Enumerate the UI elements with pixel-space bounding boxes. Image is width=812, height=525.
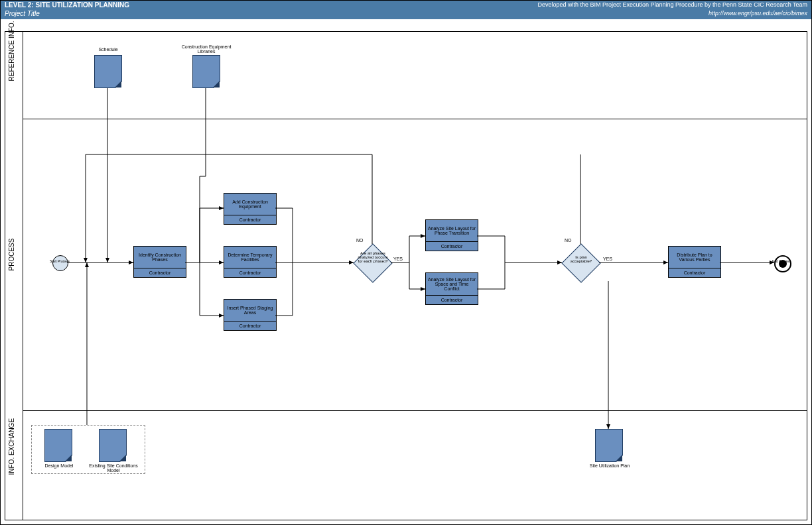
edge-label-yes-2: YES [603, 257, 612, 261]
doc-label-schedule: Schedule [78, 47, 138, 52]
frame-top [5, 31, 807, 32]
gateway-text-all-phases: Are all phases analyzed (occurs for each… [356, 251, 389, 263]
task-role: Contractor [669, 268, 720, 277]
task-role: Contractor [224, 268, 276, 277]
task-role: Contractor [426, 241, 478, 251]
task-name: Analyze Site Layout for Phase Transition [426, 220, 478, 241]
task-add-equipment: Add Construction Equipment Contractor [224, 193, 277, 225]
header-title: LEVEL 2: SITE UTILIZATION PLANNING [5, 1, 129, 9]
header-subtitle: Project Title [5, 10, 40, 17]
frame-left [5, 31, 5, 520]
doc-site-plan [595, 429, 623, 462]
task-identify-phases: Identify Construction Phases Contractor [133, 246, 186, 278]
lane-separator [23, 31, 23, 520]
header-url: http://www.engr/psu.edu/ae/cic/bimex [709, 10, 807, 17]
doc-label-site-plan: Site Utilization Plan [580, 463, 640, 468]
task-role: Contractor [426, 295, 478, 304]
task-role: Contractor [134, 268, 186, 277]
gateway-all-phases [353, 243, 392, 282]
task-space-time-conflict: Analyze Site Layout for Space and Time C… [425, 272, 478, 305]
doc-label-design-model: Design Model [29, 463, 89, 468]
lane-label-exchange: INFO. EXCHANGE [8, 462, 15, 475]
start-label: Start Process [50, 259, 70, 263]
lane-label-process: PROCESS [8, 258, 15, 271]
header-credit: Developed with the BIM Project Execution… [537, 1, 807, 8]
task-name: Insert Phased Staging Areas [224, 300, 276, 321]
lane-label-reference: REFERENCE INFO. [8, 68, 15, 82]
task-distribute-plan: Distribute Plan to Various Parties Contr… [668, 246, 721, 278]
edge-label-no-2: NO [565, 238, 572, 243]
task-role: Contractor [224, 321, 276, 330]
frame-right [807, 31, 807, 520]
task-name: Identify Construction Phases [134, 247, 186, 268]
doc-label-equipment: Construction Equipment Libraries [176, 44, 236, 54]
edge-label-yes-1: YES [393, 257, 403, 261]
diagram-page: LEVEL 2: SITE UTILIZATION PLANNING Proje… [0, 0, 812, 525]
lane-divider-2 [23, 410, 807, 411]
task-temporary-facilities: Determine Temporary Facilities Contracto… [224, 246, 277, 278]
lane-divider-1 [23, 119, 807, 119]
frame-bottom [5, 520, 807, 520]
doc-schedule [94, 55, 122, 88]
header-bar: LEVEL 2: SITE UTILIZATION PLANNING Proje… [1, 1, 811, 19]
task-name: Analyze Site Layout for Space and Time C… [426, 273, 478, 295]
end-event [774, 255, 791, 272]
doc-existing-conditions [99, 429, 127, 462]
doc-equipment [192, 55, 220, 88]
task-staging-areas: Insert Phased Staging Areas Contractor [224, 299, 277, 331]
task-name: Determine Temporary Facilities [224, 247, 276, 268]
gateway-plan-acceptable [561, 243, 600, 282]
task-name: Distribute Plan to Various Parties [669, 247, 720, 268]
task-name: Add Construction Equipment [224, 194, 276, 215]
end-label: End Process [772, 259, 791, 263]
task-role: Contractor [224, 215, 276, 224]
edge-label-no-1: NO [356, 238, 364, 243]
doc-design-model [44, 429, 72, 462]
gateway-text-plan-acceptable: Is plan acceptable? [565, 255, 598, 263]
start-event [52, 255, 68, 271]
doc-label-existing-conditions: Existing Site Conditions Model [84, 463, 143, 473]
task-phase-transition: Analyze Site Layout for Phase Transition… [425, 219, 478, 251]
